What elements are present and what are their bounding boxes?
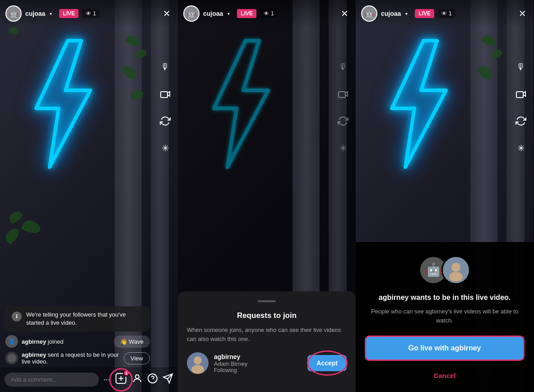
refresh-icon-3[interactable]	[513, 113, 529, 129]
accept-button-2[interactable]: Accept	[307, 355, 347, 371]
svg-point-17	[191, 365, 204, 374]
add-content-icon-1[interactable]: 1	[115, 372, 127, 387]
cancel-button-3[interactable]: Cancel	[430, 368, 459, 383]
svg-rect-2	[161, 92, 167, 98]
confirm-subtitle-3: People who can see agbirney's live video…	[365, 307, 525, 325]
wave-button-1[interactable]: 👋 Wave	[114, 336, 150, 348]
chat-avatar-request	[5, 352, 18, 364]
mic-icon-2[interactable]: 🎙	[335, 59, 351, 75]
username-3: cujoaa	[381, 10, 401, 17]
viewer-number-2: 1	[271, 10, 274, 17]
viewer-count-2: 👁 1	[260, 9, 278, 18]
guest-avatar-3	[441, 256, 470, 285]
side-icons-1: 🎙 ✳	[157, 59, 173, 156]
close-button-2[interactable]: ✕	[339, 6, 350, 21]
header-bar-1: 🤖 cujoaa ▾ LIVE 👁 1 ✕	[0, 0, 178, 27]
svg-point-22	[451, 263, 460, 272]
svg-marker-13	[214, 41, 268, 167]
avatar-1[interactable]: 🤖	[5, 5, 22, 22]
comment-input-1[interactable]	[5, 373, 99, 387]
mic-icon-3[interactable]: 🎙	[513, 59, 529, 75]
viewer-number-3: 1	[449, 10, 452, 17]
chat-avatar-joined: 👤	[5, 335, 18, 348]
viewer-number-1: 1	[93, 10, 96, 17]
camera-icon-1[interactable]	[157, 86, 173, 102]
lightning-bolt-2	[196, 36, 313, 208]
joined-message-1: 👤 agbirney joined 👋 Wave	[5, 335, 150, 348]
request-username: agbirney	[22, 351, 46, 358]
request-avatar-2	[187, 352, 209, 374]
confirm-title-3: agbirney wants to be in this live video.	[379, 293, 511, 303]
person-icon-1[interactable]	[132, 373, 143, 386]
modal-overlay-2: Requests to join When someone joins, any…	[178, 291, 356, 392]
panel-1: 🤖 cujoaa ▾ LIVE 👁 1 ✕ 🎙 ✳	[0, 0, 178, 392]
side-icons-3: 🎙 ✳	[513, 59, 529, 156]
chat-area-1: ℹ We're telling your followers that you'…	[0, 306, 155, 365]
confirm-overlay-3: 🤖 agbirney wants to be in this live vide…	[356, 242, 534, 392]
joined-username: agbirney	[22, 338, 46, 345]
live-badge-3: LIVE	[415, 9, 434, 18]
modal-handle-2	[258, 300, 276, 302]
request-item-2: agbirney Adam Birney Following Accept	[187, 352, 347, 374]
close-button-3[interactable]: ✕	[517, 6, 528, 21]
request-name-2: Adam Birney	[214, 360, 302, 367]
notification-text-1: We're telling your followers that you've…	[26, 311, 144, 327]
username-2: cujoaa	[203, 10, 223, 17]
input-bar-1: ··· 1	[0, 367, 178, 392]
view-button-1[interactable]: View	[124, 352, 150, 364]
request-message-1: agbirney sent a request to be in your li…	[5, 351, 150, 365]
mic-icon-1[interactable]: 🎙	[157, 59, 173, 75]
effects-icon-3[interactable]: ✳	[513, 140, 529, 156]
refresh-icon-2[interactable]	[335, 113, 351, 129]
panel-3: 🤖 cujoaa ▾ LIVE 👁 1 ✕ 🎙 ✳	[356, 0, 534, 392]
go-live-button-3[interactable]: Go live with agbirney	[365, 336, 525, 361]
chevron-down-icon-1[interactable]: ▾	[50, 11, 52, 16]
effects-icon-1[interactable]: ✳	[157, 140, 173, 156]
header-bar-3: 🤖 cujoaa ▾ LIVE 👁 1 ✕	[356, 0, 534, 27]
modal-title-2: Requests to join	[187, 311, 347, 320]
live-badge-2: LIVE	[237, 9, 256, 18]
more-options-icon-1[interactable]: ···	[103, 375, 110, 384]
eye-icon-1: 👁	[86, 10, 91, 17]
request-username-2: agbirney	[214, 353, 302, 360]
camera-icon-2[interactable]	[335, 86, 351, 102]
svg-marker-19	[392, 41, 446, 167]
chevron-down-icon-3[interactable]: ▾	[405, 11, 408, 16]
svg-rect-20	[516, 92, 523, 98]
joined-text-1: agbirney joined	[22, 338, 110, 345]
avatar-2[interactable]: 🤖	[183, 5, 200, 22]
lightning-bolt-1	[18, 36, 135, 208]
notification-bubble-1: ℹ We're telling your followers that you'…	[5, 306, 150, 331]
info-icon-1: ℹ	[12, 312, 22, 322]
accept-button-wrap-2: Accept	[307, 355, 347, 371]
lightning-bolt-3	[374, 36, 491, 208]
svg-point-16	[194, 356, 202, 364]
svg-point-23	[449, 272, 463, 281]
question-icon-1[interactable]	[147, 373, 158, 386]
effects-icon-2[interactable]: ✳	[335, 140, 351, 156]
svg-rect-4	[7, 354, 16, 363]
camera-icon-3[interactable]	[513, 86, 529, 102]
viewer-count-3: 👁 1	[438, 9, 455, 18]
double-avatar-3: 🤖	[419, 256, 470, 285]
request-follow-status-2: Following	[214, 367, 302, 373]
request-info-2: agbirney Adam Birney Following	[214, 353, 302, 373]
chevron-down-icon-2[interactable]: ▾	[228, 11, 230, 16]
close-button-1[interactable]: ✕	[161, 6, 172, 21]
request-text-1: agbirney sent a request to be in your li…	[22, 351, 120, 365]
panel-2: 🤖 cujoaa ▾ LIVE 👁 1 ✕ 🎙 ✳ Request	[178, 0, 356, 392]
svg-rect-14	[339, 92, 345, 98]
avatar-3[interactable]: 🤖	[361, 5, 377, 22]
header-bar-2: 🤖 cujoaa ▾ LIVE 👁 1 ✕	[178, 0, 356, 27]
username-1: cujoaa	[25, 10, 45, 17]
eye-icon-2: 👁	[264, 10, 269, 17]
viewer-count-1: 👁 1	[82, 9, 100, 18]
svg-point-8	[135, 375, 139, 378]
svg-marker-1	[36, 41, 90, 167]
live-badge-1: LIVE	[59, 9, 79, 18]
badge-count-1: 1	[123, 369, 130, 377]
eye-icon-3: 👁	[441, 10, 447, 17]
refresh-icon-1[interactable]	[157, 113, 173, 129]
side-icons-2: 🎙 ✳	[335, 59, 351, 156]
send-icon-1[interactable]	[163, 373, 173, 386]
